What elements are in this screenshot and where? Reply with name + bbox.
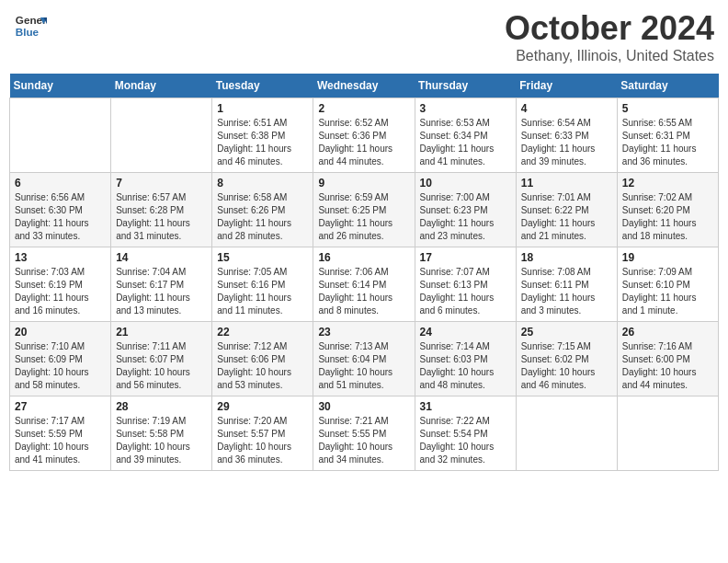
weekday-tuesday: Tuesday: [212, 74, 313, 98]
day-info: Sunrise: 7:08 AM Sunset: 6:11 PM Dayligh…: [521, 266, 612, 317]
calendar-cell: 19Sunrise: 7:09 AM Sunset: 6:10 PM Dayli…: [617, 247, 718, 322]
day-number: 14: [116, 251, 207, 264]
calendar-cell: [10, 98, 111, 173]
calendar-cell: 15Sunrise: 7:05 AM Sunset: 6:16 PM Dayli…: [212, 247, 313, 322]
day-info: Sunrise: 7:20 AM Sunset: 5:57 PM Dayligh…: [217, 415, 308, 466]
day-number: 6: [15, 177, 106, 190]
day-number: 19: [622, 251, 713, 264]
calendar-cell: [617, 396, 718, 471]
day-info: Sunrise: 7:05 AM Sunset: 6:16 PM Dayligh…: [217, 266, 308, 317]
day-info: Sunrise: 7:07 AM Sunset: 6:13 PM Dayligh…: [420, 266, 511, 317]
day-number: 21: [116, 326, 207, 339]
calendar-week-5: 27Sunrise: 7:17 AM Sunset: 5:59 PM Dayli…: [10, 396, 719, 471]
day-number: 25: [521, 326, 612, 339]
day-info: Sunrise: 7:13 AM Sunset: 6:04 PM Dayligh…: [318, 340, 409, 392]
day-number: 2: [318, 102, 409, 115]
day-info: Sunrise: 7:15 AM Sunset: 6:02 PM Dayligh…: [521, 340, 612, 392]
calendar-cell: [111, 98, 212, 173]
day-number: 29: [217, 400, 308, 413]
day-info: Sunrise: 6:57 AM Sunset: 6:28 PM Dayligh…: [116, 191, 207, 243]
day-number: 31: [420, 400, 511, 413]
day-info: Sunrise: 6:59 AM Sunset: 6:25 PM Dayligh…: [318, 191, 409, 243]
day-info: Sunrise: 7:19 AM Sunset: 5:58 PM Dayligh…: [116, 415, 207, 466]
calendar-cell: 7Sunrise: 6:57 AM Sunset: 6:28 PM Daylig…: [111, 173, 212, 247]
day-number: 12: [622, 177, 713, 190]
svg-text:Blue: Blue: [16, 26, 40, 38]
calendar-cell: 8Sunrise: 6:58 AM Sunset: 6:26 PM Daylig…: [212, 173, 313, 247]
calendar-cell: 18Sunrise: 7:08 AM Sunset: 6:11 PM Dayli…: [516, 247, 617, 322]
day-number: 26: [622, 326, 713, 339]
calendar-cell: 11Sunrise: 7:01 AM Sunset: 6:22 PM Dayli…: [516, 173, 617, 247]
day-number: 18: [521, 251, 612, 264]
day-info: Sunrise: 6:56 AM Sunset: 6:30 PM Dayligh…: [15, 191, 106, 243]
day-number: 27: [15, 400, 106, 413]
day-number: 7: [116, 177, 207, 190]
day-info: Sunrise: 7:04 AM Sunset: 6:17 PM Dayligh…: [116, 266, 207, 317]
day-info: Sunrise: 7:06 AM Sunset: 6:14 PM Dayligh…: [318, 266, 409, 317]
calendar-body: 1Sunrise: 6:51 AM Sunset: 6:38 PM Daylig…: [10, 98, 719, 471]
calendar-week-4: 20Sunrise: 7:10 AM Sunset: 6:09 PM Dayli…: [10, 322, 719, 396]
weekday-header-row: SundayMondayTuesdayWednesdayThursdayFrid…: [10, 74, 719, 98]
day-info: Sunrise: 7:11 AM Sunset: 6:07 PM Dayligh…: [116, 340, 207, 392]
page-header: General Blue October 2024 Bethany, Illin…: [9, 9, 719, 64]
day-info: Sunrise: 7:01 AM Sunset: 6:22 PM Dayligh…: [521, 191, 612, 243]
weekday-thursday: Thursday: [415, 74, 516, 98]
day-info: Sunrise: 6:52 AM Sunset: 6:36 PM Dayligh…: [318, 117, 409, 168]
day-number: 3: [420, 102, 511, 115]
calendar-cell: 12Sunrise: 7:02 AM Sunset: 6:20 PM Dayli…: [617, 173, 718, 247]
calendar-cell: 16Sunrise: 7:06 AM Sunset: 6:14 PM Dayli…: [313, 247, 415, 322]
day-number: 9: [318, 177, 409, 190]
calendar-cell: 27Sunrise: 7:17 AM Sunset: 5:59 PM Dayli…: [10, 396, 111, 471]
day-number: 23: [318, 326, 409, 339]
calendar-cell: 14Sunrise: 7:04 AM Sunset: 6:17 PM Dayli…: [111, 247, 212, 322]
calendar-cell: 28Sunrise: 7:19 AM Sunset: 5:58 PM Dayli…: [111, 396, 212, 471]
weekday-monday: Monday: [111, 74, 212, 98]
calendar-cell: 21Sunrise: 7:11 AM Sunset: 6:07 PM Dayli…: [111, 322, 212, 396]
day-info: Sunrise: 7:21 AM Sunset: 5:55 PM Dayligh…: [318, 415, 409, 466]
calendar-cell: [516, 396, 617, 471]
calendar-cell: 2Sunrise: 6:52 AM Sunset: 6:36 PM Daylig…: [313, 98, 415, 173]
day-info: Sunrise: 7:10 AM Sunset: 6:09 PM Dayligh…: [15, 340, 106, 392]
logo-icon: General Blue: [14, 9, 47, 42]
day-number: 22: [217, 326, 308, 339]
calendar-cell: 5Sunrise: 6:55 AM Sunset: 6:31 PM Daylig…: [617, 98, 718, 173]
calendar-week-3: 13Sunrise: 7:03 AM Sunset: 6:19 PM Dayli…: [10, 247, 719, 322]
day-info: Sunrise: 6:54 AM Sunset: 6:33 PM Dayligh…: [521, 117, 612, 168]
day-info: Sunrise: 7:14 AM Sunset: 6:03 PM Dayligh…: [420, 340, 511, 392]
day-number: 4: [521, 102, 612, 115]
calendar-week-1: 1Sunrise: 6:51 AM Sunset: 6:38 PM Daylig…: [10, 98, 719, 173]
day-info: Sunrise: 6:58 AM Sunset: 6:26 PM Dayligh…: [217, 191, 308, 243]
day-info: Sunrise: 7:16 AM Sunset: 6:00 PM Dayligh…: [622, 340, 713, 392]
weekday-saturday: Saturday: [617, 74, 718, 98]
calendar-week-2: 6Sunrise: 6:56 AM Sunset: 6:30 PM Daylig…: [10, 173, 719, 247]
day-number: 16: [318, 251, 409, 264]
calendar-cell: 26Sunrise: 7:16 AM Sunset: 6:00 PM Dayli…: [617, 322, 718, 396]
day-info: Sunrise: 7:00 AM Sunset: 6:23 PM Dayligh…: [420, 191, 511, 243]
day-number: 10: [420, 177, 511, 190]
day-info: Sunrise: 7:09 AM Sunset: 6:10 PM Dayligh…: [622, 266, 713, 317]
calendar-cell: 17Sunrise: 7:07 AM Sunset: 6:13 PM Dayli…: [415, 247, 516, 322]
day-number: 17: [420, 251, 511, 264]
calendar-cell: 1Sunrise: 6:51 AM Sunset: 6:38 PM Daylig…: [212, 98, 313, 173]
day-info: Sunrise: 6:53 AM Sunset: 6:34 PM Dayligh…: [420, 117, 511, 168]
weekday-sunday: Sunday: [10, 74, 111, 98]
month-title: October 2024: [505, 9, 714, 48]
day-info: Sunrise: 7:17 AM Sunset: 5:59 PM Dayligh…: [15, 415, 106, 466]
calendar-table: SundayMondayTuesdayWednesdayThursdayFrid…: [9, 74, 719, 471]
calendar-cell: 20Sunrise: 7:10 AM Sunset: 6:09 PM Dayli…: [10, 322, 111, 396]
day-number: 24: [420, 326, 511, 339]
day-number: 20: [15, 326, 106, 339]
title-block: October 2024 Bethany, Illinois, United S…: [505, 9, 714, 64]
calendar-cell: 4Sunrise: 6:54 AM Sunset: 6:33 PM Daylig…: [516, 98, 617, 173]
calendar-cell: 23Sunrise: 7:13 AM Sunset: 6:04 PM Dayli…: [313, 322, 415, 396]
day-number: 15: [217, 251, 308, 264]
calendar-cell: 6Sunrise: 6:56 AM Sunset: 6:30 PM Daylig…: [10, 173, 111, 247]
calendar-cell: 30Sunrise: 7:21 AM Sunset: 5:55 PM Dayli…: [313, 396, 415, 471]
day-number: 1: [217, 102, 308, 115]
day-number: 11: [521, 177, 612, 190]
day-info: Sunrise: 7:03 AM Sunset: 6:19 PM Dayligh…: [15, 266, 106, 317]
calendar-cell: 29Sunrise: 7:20 AM Sunset: 5:57 PM Dayli…: [212, 396, 313, 471]
calendar-cell: 9Sunrise: 6:59 AM Sunset: 6:25 PM Daylig…: [313, 173, 415, 247]
calendar-cell: 25Sunrise: 7:15 AM Sunset: 6:02 PM Dayli…: [516, 322, 617, 396]
weekday-wednesday: Wednesday: [313, 74, 415, 98]
